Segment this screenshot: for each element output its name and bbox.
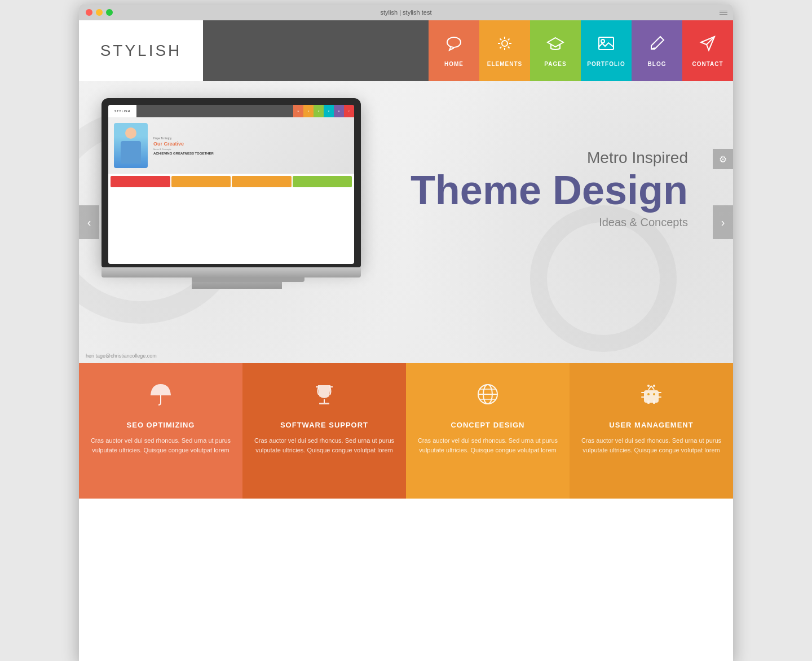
close-button[interactable] — [86, 9, 92, 16]
svg-point-18 — [647, 385, 650, 387]
laptop-stand — [192, 277, 282, 289]
mini-box-1 — [111, 176, 170, 187]
mini-hero-area: Hope To Enjoy Our Creative Ideas & Conce… — [108, 117, 354, 174]
hero-text: Metro Inspired Theme Design Ideas & Conc… — [411, 149, 688, 229]
laptop-base — [102, 267, 361, 277]
logo-text: STYLISH — [100, 42, 182, 60]
gear-icon — [496, 34, 514, 56]
feature-desc-user: Cras auctor vel dui sed rhoncus. Sed urn… — [581, 436, 722, 455]
umbrella-icon — [147, 380, 175, 414]
svg-rect-24 — [647, 400, 650, 404]
mini-hero-text: Hope To Enjoy Our Creative Ideas & Conce… — [153, 136, 348, 155]
nav-item-pages[interactable]: PAGES — [530, 20, 581, 81]
nav-item-home[interactable]: HOME — [429, 20, 479, 81]
image-icon — [597, 34, 615, 56]
mini-nav-blog: B — [334, 105, 344, 117]
watermark: heri tage@christiancollege.com — [86, 353, 157, 359]
resize-icon — [720, 8, 727, 16]
feature-desc-software: Cras auctor vel dui sed rhoncus. Sed urn… — [254, 436, 395, 455]
features-section: SEO OPTIMIZING Cras auctor vel dui sed r… — [79, 363, 733, 499]
slider-arrow-right[interactable]: › — [713, 205, 733, 239]
svg-rect-13 — [644, 390, 659, 403]
feature-card-seo: SEO OPTIMIZING Cras auctor vel dui sed r… — [79, 363, 242, 499]
site-header: STYLISH HOME — [79, 20, 733, 81]
hero-tagline: Ideas & Concepts — [411, 216, 688, 229]
chat-icon — [445, 34, 463, 56]
title-bar: stylish | stylish test — [79, 5, 733, 20]
svg-point-1 — [502, 41, 508, 46]
minimize-button[interactable] — [96, 9, 103, 16]
mini-nav-contact: C — [344, 105, 354, 117]
trophy-icon — [310, 380, 338, 414]
graduation-icon — [546, 34, 564, 56]
mini-subtext: Ideas & Concepts — [153, 148, 348, 151]
browser-window: stylish | stylish test STYLISH — [79, 5, 733, 661]
feature-desc-seo: Cras auctor vel dui sed rhoncus. Sed urn… — [90, 436, 231, 455]
mini-big-text: ACHIEVING GREATNESS TOGETHER — [153, 152, 348, 155]
svg-rect-3 — [599, 37, 614, 50]
site-content: STYLISH HOME — [79, 20, 733, 661]
mini-box-2 — [171, 176, 231, 187]
mini-logo: STYLISH — [108, 105, 136, 117]
svg-point-4 — [601, 39, 604, 43]
nav-label-portfolio: PORTFOLIO — [587, 61, 625, 67]
svg-point-0 — [447, 37, 461, 47]
mini-site: STYLISH H E P P B C — [108, 105, 354, 264]
nav-item-portfolio[interactable]: PORTFOLIO — [581, 20, 632, 81]
mini-box-4 — [293, 176, 352, 187]
mini-tagline: Hope To Enjoy — [153, 136, 348, 140]
svg-rect-7 — [319, 403, 329, 404]
nav-label-pages: PAGES — [544, 61, 566, 67]
mini-person-head — [125, 127, 136, 139]
nav-label-blog: BLOG — [648, 61, 667, 67]
mini-nav-portfolio: P — [324, 105, 334, 117]
window-title: stylish | stylish test — [381, 9, 432, 16]
hero-section: STYLISH H E P P B C — [79, 81, 733, 363]
mini-person-body — [121, 141, 141, 164]
nav-label-contact: CONTACT — [692, 61, 723, 67]
feature-card-software: SOFTWARE SUPPORT Cras auctor vel dui sed… — [242, 363, 406, 499]
nav-item-elements[interactable]: ELEMENTS — [479, 20, 530, 81]
nav-item-contact[interactable]: CONTACT — [682, 20, 733, 81]
mini-headline: Our Creative — [153, 141, 348, 147]
mini-person-graphic — [114, 123, 148, 168]
laptop-screen-inner: STYLISH H E P P B C — [108, 105, 354, 264]
feature-card-concept: CONCEPT DESIGN Cras auctor vel dui sed r… — [406, 363, 570, 499]
traffic-lights — [86, 9, 113, 16]
slider-arrow-left[interactable]: ‹ — [79, 205, 99, 239]
mini-nav-elements: E — [303, 105, 314, 117]
nav-label-home: HOME — [444, 61, 464, 67]
feature-title-concept: CONCEPT DESIGN — [451, 421, 524, 429]
svg-point-15 — [653, 393, 655, 395]
pencil-icon — [648, 34, 666, 56]
svg-point-19 — [653, 385, 655, 387]
globe-icon — [474, 380, 502, 414]
feature-card-user: USER MANAGEMENT Cras auctor vel dui sed … — [570, 363, 733, 499]
feature-title-user: USER MANAGEMENT — [609, 421, 693, 429]
feature-title-seo: SEO OPTIMIZING — [127, 421, 195, 429]
svg-rect-25 — [653, 400, 655, 404]
mini-footer-boxes — [108, 174, 354, 190]
mini-nav-home: H — [293, 105, 303, 117]
svg-point-14 — [647, 393, 650, 395]
mini-nav: H E P P B C — [293, 105, 354, 117]
laptop-screen-outer: STYLISH H E P P B C — [102, 98, 361, 267]
svg-marker-2 — [548, 38, 563, 47]
hero-title: Theme Design — [411, 170, 688, 210]
nav-menu: HOME ELEMENTS — [429, 20, 733, 81]
hero-subtitle: Metro Inspired — [411, 149, 688, 167]
mini-box-3 — [232, 176, 292, 187]
laptop-container: STYLISH H E P P B C — [102, 98, 372, 335]
maximize-button[interactable] — [106, 9, 113, 16]
logo-area: STYLISH — [79, 20, 203, 81]
mini-nav-pages: P — [314, 105, 324, 117]
android-icon — [637, 380, 665, 414]
paper-plane-icon — [699, 34, 717, 56]
settings-gear[interactable]: ⚙ — [713, 149, 733, 169]
mini-header: STYLISH H E P P B C — [108, 105, 354, 117]
feature-desc-concept: Cras auctor vel dui sed rhoncus. Sed urn… — [417, 436, 558, 455]
nav-label-elements: ELEMENTS — [487, 61, 522, 67]
feature-title-software: SOFTWARE SUPPORT — [280, 421, 368, 429]
nav-item-blog[interactable]: BLOG — [632, 20, 682, 81]
